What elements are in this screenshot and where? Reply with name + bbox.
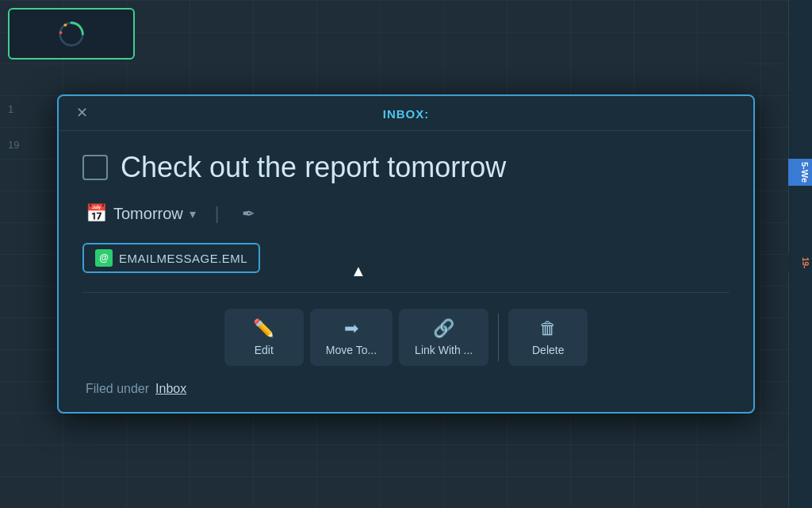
delete-button[interactable]: 🗑 Delete [508,309,588,366]
move-to-button[interactable]: ➡ Move To... [310,309,393,366]
move-to-icon: ➡ [344,318,358,339]
chevron-down-icon: ▾ [190,206,196,221]
delete-label: Delete [532,344,564,356]
calendar-icon: 📅 [86,203,107,224]
link-with-button[interactable]: 🔗 Link With ... [399,309,488,366]
date-button[interactable]: 📅 Tomorrow ▾ [86,200,196,227]
close-button[interactable]: ✕ [71,104,93,121]
filed-under-link[interactable]: Inbox [155,382,186,396]
link-icon: 🔗 [433,318,454,339]
edit-button[interactable]: ✏️ Edit [224,309,304,366]
modal-header: ✕ INBOX: [59,96,753,131]
meta-row: 📅 Tomorrow ▾ | ✒ [82,200,730,227]
actions-row: ✏️ Edit ➡ Move To... 🔗 Link With ... 🗑 D… [82,309,730,366]
attachment-file-icon: @ [95,249,113,267]
edit-label: Edit [255,344,274,356]
filed-under-label: Filed under [86,382,149,396]
separator: | [215,203,220,224]
divider [82,292,730,293]
move-to-label: Move To... [326,344,377,356]
attachment-item[interactable]: @ EMAILMESSAGE.EML [82,243,260,273]
task-row: Check out the report tomorrow [82,150,730,184]
link-with-label: Link With ... [415,344,473,356]
modal-backdrop: ✕ INBOX: Check out the report tomorrow 📅… [0,0,812,508]
edit-icon: ✏️ [253,318,274,339]
assign-button[interactable]: ✒ [239,201,259,226]
attachment-row: @ EMAILMESSAGE.EML [82,243,730,273]
action-separator [498,314,499,361]
modal-body: Check out the report tomorrow 📅 Tomorrow… [59,131,753,412]
modal-title: INBOX: [383,107,430,121]
task-title: Check out the report tomorrow [121,150,506,184]
delete-icon: 🗑 [539,318,557,339]
filed-row: Filed under Inbox [82,382,730,396]
task-checkbox[interactable] [82,155,108,180]
attachment-name: EMAILMESSAGE.EML [119,252,247,265]
assign-icon: ✒ [242,205,255,222]
modal-dialog: ✕ INBOX: Check out the report tomorrow 📅… [57,94,755,414]
date-label: Tomorrow [113,205,183,223]
